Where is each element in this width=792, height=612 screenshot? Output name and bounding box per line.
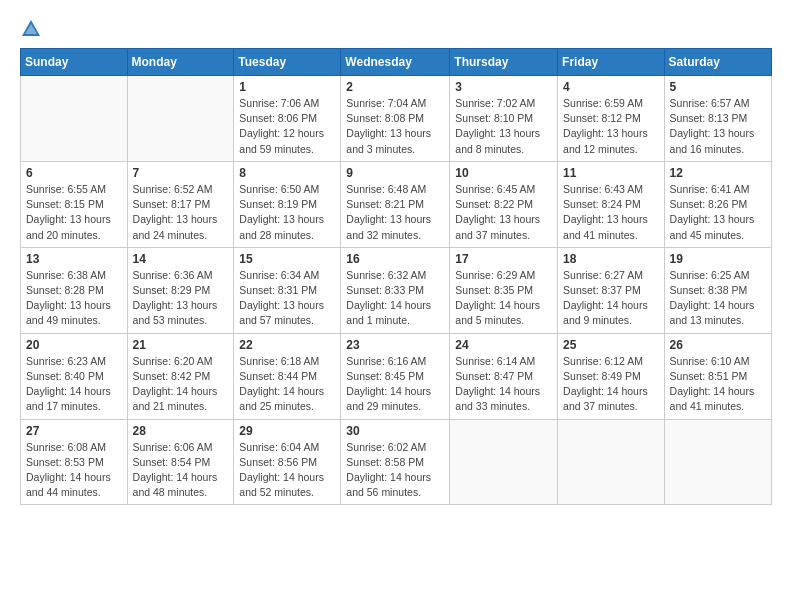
day-number: 16	[346, 252, 444, 266]
logo-icon	[20, 18, 42, 40]
header	[20, 16, 772, 40]
calendar-cell: 27Sunrise: 6:08 AMSunset: 8:53 PMDayligh…	[21, 419, 128, 505]
calendar-week-5: 27Sunrise: 6:08 AMSunset: 8:53 PMDayligh…	[21, 419, 772, 505]
day-info: Sunrise: 7:02 AMSunset: 8:10 PMDaylight:…	[455, 96, 552, 157]
calendar-cell: 2Sunrise: 7:04 AMSunset: 8:08 PMDaylight…	[341, 76, 450, 162]
calendar-week-2: 6Sunrise: 6:55 AMSunset: 8:15 PMDaylight…	[21, 161, 772, 247]
day-info: Sunrise: 6:14 AMSunset: 8:47 PMDaylight:…	[455, 354, 552, 415]
day-number: 25	[563, 338, 659, 352]
day-info: Sunrise: 6:41 AMSunset: 8:26 PMDaylight:…	[670, 182, 766, 243]
day-number: 11	[563, 166, 659, 180]
page: SundayMondayTuesdayWednesdayThursdayFrid…	[0, 0, 792, 612]
day-info: Sunrise: 6:52 AMSunset: 8:17 PMDaylight:…	[133, 182, 229, 243]
day-number: 1	[239, 80, 335, 94]
day-number: 10	[455, 166, 552, 180]
day-info: Sunrise: 6:48 AMSunset: 8:21 PMDaylight:…	[346, 182, 444, 243]
day-number: 2	[346, 80, 444, 94]
calendar-week-4: 20Sunrise: 6:23 AMSunset: 8:40 PMDayligh…	[21, 333, 772, 419]
calendar-cell: 16Sunrise: 6:32 AMSunset: 8:33 PMDayligh…	[341, 247, 450, 333]
day-number: 14	[133, 252, 229, 266]
calendar-header-tuesday: Tuesday	[234, 49, 341, 76]
day-number: 17	[455, 252, 552, 266]
calendar-header-saturday: Saturday	[664, 49, 771, 76]
day-info: Sunrise: 6:32 AMSunset: 8:33 PMDaylight:…	[346, 268, 444, 329]
day-info: Sunrise: 6:27 AMSunset: 8:37 PMDaylight:…	[563, 268, 659, 329]
calendar-cell	[450, 419, 558, 505]
day-info: Sunrise: 7:04 AMSunset: 8:08 PMDaylight:…	[346, 96, 444, 157]
day-info: Sunrise: 6:04 AMSunset: 8:56 PMDaylight:…	[239, 440, 335, 501]
day-info: Sunrise: 6:55 AMSunset: 8:15 PMDaylight:…	[26, 182, 122, 243]
day-info: Sunrise: 6:57 AMSunset: 8:13 PMDaylight:…	[670, 96, 766, 157]
day-info: Sunrise: 6:08 AMSunset: 8:53 PMDaylight:…	[26, 440, 122, 501]
day-number: 24	[455, 338, 552, 352]
calendar-cell: 8Sunrise: 6:50 AMSunset: 8:19 PMDaylight…	[234, 161, 341, 247]
calendar-cell: 11Sunrise: 6:43 AMSunset: 8:24 PMDayligh…	[558, 161, 665, 247]
day-number: 12	[670, 166, 766, 180]
day-info: Sunrise: 7:06 AMSunset: 8:06 PMDaylight:…	[239, 96, 335, 157]
calendar-cell: 17Sunrise: 6:29 AMSunset: 8:35 PMDayligh…	[450, 247, 558, 333]
day-number: 30	[346, 424, 444, 438]
calendar-cell	[127, 76, 234, 162]
calendar-cell: 23Sunrise: 6:16 AMSunset: 8:45 PMDayligh…	[341, 333, 450, 419]
day-number: 19	[670, 252, 766, 266]
calendar-cell: 5Sunrise: 6:57 AMSunset: 8:13 PMDaylight…	[664, 76, 771, 162]
calendar: SundayMondayTuesdayWednesdayThursdayFrid…	[20, 48, 772, 505]
calendar-cell: 22Sunrise: 6:18 AMSunset: 8:44 PMDayligh…	[234, 333, 341, 419]
day-number: 22	[239, 338, 335, 352]
day-info: Sunrise: 6:36 AMSunset: 8:29 PMDaylight:…	[133, 268, 229, 329]
calendar-cell: 18Sunrise: 6:27 AMSunset: 8:37 PMDayligh…	[558, 247, 665, 333]
day-number: 27	[26, 424, 122, 438]
day-number: 18	[563, 252, 659, 266]
calendar-cell: 26Sunrise: 6:10 AMSunset: 8:51 PMDayligh…	[664, 333, 771, 419]
calendar-header-monday: Monday	[127, 49, 234, 76]
calendar-cell: 25Sunrise: 6:12 AMSunset: 8:49 PMDayligh…	[558, 333, 665, 419]
day-number: 29	[239, 424, 335, 438]
calendar-cell: 10Sunrise: 6:45 AMSunset: 8:22 PMDayligh…	[450, 161, 558, 247]
day-number: 26	[670, 338, 766, 352]
day-info: Sunrise: 6:16 AMSunset: 8:45 PMDaylight:…	[346, 354, 444, 415]
calendar-header-wednesday: Wednesday	[341, 49, 450, 76]
calendar-cell: 29Sunrise: 6:04 AMSunset: 8:56 PMDayligh…	[234, 419, 341, 505]
calendar-cell: 12Sunrise: 6:41 AMSunset: 8:26 PMDayligh…	[664, 161, 771, 247]
calendar-cell: 1Sunrise: 7:06 AMSunset: 8:06 PMDaylight…	[234, 76, 341, 162]
day-info: Sunrise: 6:59 AMSunset: 8:12 PMDaylight:…	[563, 96, 659, 157]
day-number: 9	[346, 166, 444, 180]
calendar-cell: 4Sunrise: 6:59 AMSunset: 8:12 PMDaylight…	[558, 76, 665, 162]
calendar-cell: 15Sunrise: 6:34 AMSunset: 8:31 PMDayligh…	[234, 247, 341, 333]
day-info: Sunrise: 6:45 AMSunset: 8:22 PMDaylight:…	[455, 182, 552, 243]
calendar-cell: 30Sunrise: 6:02 AMSunset: 8:58 PMDayligh…	[341, 419, 450, 505]
day-number: 7	[133, 166, 229, 180]
calendar-cell: 20Sunrise: 6:23 AMSunset: 8:40 PMDayligh…	[21, 333, 128, 419]
logo	[20, 16, 46, 40]
day-info: Sunrise: 6:20 AMSunset: 8:42 PMDaylight:…	[133, 354, 229, 415]
calendar-header-sunday: Sunday	[21, 49, 128, 76]
day-number: 15	[239, 252, 335, 266]
calendar-header-friday: Friday	[558, 49, 665, 76]
day-info: Sunrise: 6:25 AMSunset: 8:38 PMDaylight:…	[670, 268, 766, 329]
day-info: Sunrise: 6:50 AMSunset: 8:19 PMDaylight:…	[239, 182, 335, 243]
calendar-cell: 9Sunrise: 6:48 AMSunset: 8:21 PMDaylight…	[341, 161, 450, 247]
calendar-cell	[558, 419, 665, 505]
day-info: Sunrise: 6:10 AMSunset: 8:51 PMDaylight:…	[670, 354, 766, 415]
day-info: Sunrise: 6:38 AMSunset: 8:28 PMDaylight:…	[26, 268, 122, 329]
calendar-cell: 28Sunrise: 6:06 AMSunset: 8:54 PMDayligh…	[127, 419, 234, 505]
day-number: 3	[455, 80, 552, 94]
calendar-week-3: 13Sunrise: 6:38 AMSunset: 8:28 PMDayligh…	[21, 247, 772, 333]
calendar-cell: 6Sunrise: 6:55 AMSunset: 8:15 PMDaylight…	[21, 161, 128, 247]
day-info: Sunrise: 6:12 AMSunset: 8:49 PMDaylight:…	[563, 354, 659, 415]
day-info: Sunrise: 6:23 AMSunset: 8:40 PMDaylight:…	[26, 354, 122, 415]
day-number: 4	[563, 80, 659, 94]
day-number: 28	[133, 424, 229, 438]
day-info: Sunrise: 6:06 AMSunset: 8:54 PMDaylight:…	[133, 440, 229, 501]
day-info: Sunrise: 6:18 AMSunset: 8:44 PMDaylight:…	[239, 354, 335, 415]
day-info: Sunrise: 6:43 AMSunset: 8:24 PMDaylight:…	[563, 182, 659, 243]
day-number: 6	[26, 166, 122, 180]
day-info: Sunrise: 6:34 AMSunset: 8:31 PMDaylight:…	[239, 268, 335, 329]
calendar-cell: 19Sunrise: 6:25 AMSunset: 8:38 PMDayligh…	[664, 247, 771, 333]
day-number: 20	[26, 338, 122, 352]
calendar-cell: 13Sunrise: 6:38 AMSunset: 8:28 PMDayligh…	[21, 247, 128, 333]
calendar-week-1: 1Sunrise: 7:06 AMSunset: 8:06 PMDaylight…	[21, 76, 772, 162]
calendar-cell: 7Sunrise: 6:52 AMSunset: 8:17 PMDaylight…	[127, 161, 234, 247]
day-number: 13	[26, 252, 122, 266]
day-info: Sunrise: 6:02 AMSunset: 8:58 PMDaylight:…	[346, 440, 444, 501]
